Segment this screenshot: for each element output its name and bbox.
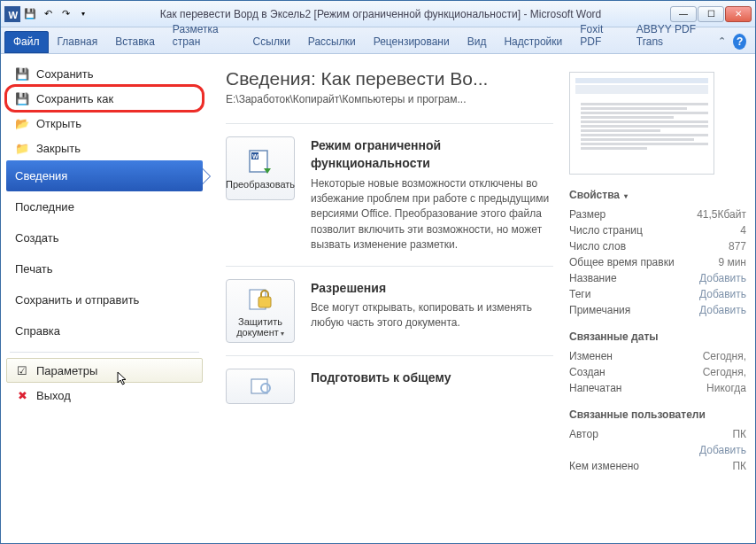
protect-lock-icon xyxy=(246,284,274,313)
document-thumbnail[interactable] xyxy=(569,72,714,175)
close-button[interactable]: ✕ xyxy=(725,6,752,22)
tab-home[interactable]: Главная xyxy=(49,31,107,53)
tab-insert[interactable]: Вставка xyxy=(106,31,164,53)
sidebar-item-save[interactable]: 💾 Сохранить xyxy=(6,61,203,86)
section-title: Разрешения xyxy=(311,279,553,297)
section-title: Подготовить к общему xyxy=(311,369,451,386)
sidebar-item-open[interactable]: 📂 Открыть xyxy=(6,111,203,136)
ribbon-tabs: Файл Главная Вставка Разметка стран Ссыл… xyxy=(1,27,755,54)
prop-row-tags[interactable]: ТегиДобавить xyxy=(569,286,746,302)
prop-row-modified: ИзмененСегодня, xyxy=(569,348,746,364)
convert-doc-icon: W xyxy=(246,147,274,175)
prop-row-edittime: Общее время правки9 мин xyxy=(569,254,746,270)
info-panel: Сведения: Как перевести Во... E:\Заработ… xyxy=(208,54,755,543)
sidebar-item-exit[interactable]: ✖ Выход xyxy=(6,383,203,408)
dropdown-caret-icon: ▾ xyxy=(281,330,284,338)
prop-row-notes[interactable]: ПримечанияДобавить xyxy=(569,302,746,318)
ribbon-expand-icon[interactable]: ⌃ xyxy=(718,35,728,48)
quick-access-toolbar: W 💾 ↶ ↷ ▾ xyxy=(4,6,91,22)
section-text: Некоторые новые возможности отключены во… xyxy=(311,176,553,253)
sidebar-item-label: Сохранить и отправить xyxy=(15,293,139,307)
section-text: Все могут открывать, копировать и изменя… xyxy=(311,300,553,331)
word-app-icon[interactable]: W xyxy=(4,6,20,22)
exit-icon: ✖ xyxy=(15,388,29,402)
saveas-icon: 💾 xyxy=(15,91,29,105)
prop-row-author[interactable]: АвторПК xyxy=(569,426,746,442)
tab-review[interactable]: Рецензировани xyxy=(365,31,459,53)
prop-row-title[interactable]: НазваниеДобавить xyxy=(569,270,746,286)
sidebar-item-label: Создать xyxy=(15,231,58,245)
sidebar-item-close[interactable]: 📁 Закрыть xyxy=(6,136,203,160)
qat-dropdown-icon[interactable]: ▾ xyxy=(75,6,91,22)
sidebar-item-saveas[interactable]: 💾 Сохранить как xyxy=(6,86,203,111)
redo-icon[interactable]: ↷ xyxy=(58,6,73,22)
prop-row-size: Размер41,5Кбайт xyxy=(569,206,746,222)
sidebar-separator xyxy=(10,352,199,353)
permissions-section: Защитить документ▾ Разрешения Все могут … xyxy=(226,266,553,355)
sidebar-item-label: Параметры xyxy=(36,364,97,377)
sidebar-item-help[interactable]: Справка xyxy=(6,315,203,346)
prop-row-addauthor[interactable]: Добавить xyxy=(569,442,746,458)
sidebar-item-label: Сведения xyxy=(15,169,67,183)
help-icon[interactable]: ? xyxy=(733,34,746,50)
inspect-doc-icon xyxy=(246,377,274,395)
sidebar-item-print[interactable]: Печать xyxy=(6,253,203,284)
svg-rect-7 xyxy=(251,379,267,393)
section-title: Режим ограниченной функциональности xyxy=(311,136,553,173)
tab-mailings[interactable]: Рассылки xyxy=(299,31,365,53)
button-label: Преобразовать xyxy=(226,179,295,190)
sidebar-item-recent[interactable]: Последние xyxy=(6,191,203,222)
prepare-share-section: Подготовить к общему xyxy=(226,355,553,416)
tab-file[interactable]: Файл xyxy=(4,31,49,53)
related-dates-heading: Связанные даты xyxy=(569,330,746,343)
tab-references[interactable]: Ссылки xyxy=(244,31,299,53)
protect-document-button[interactable]: Защитить документ▾ xyxy=(226,279,295,343)
sidebar-item-info[interactable]: Сведения xyxy=(6,160,203,191)
prop-row-printed: НапечатанНикогда xyxy=(569,380,746,396)
sidebar-item-label: Последние xyxy=(15,200,74,214)
prepare-button[interactable] xyxy=(226,369,295,404)
tab-addins[interactable]: Надстройки xyxy=(495,31,571,53)
prop-row-created: СозданСегодня, xyxy=(569,364,746,380)
compat-mode-section: W Преобразовать Режим ограниченной функц… xyxy=(226,123,553,266)
tab-view[interactable]: Вид xyxy=(459,31,496,53)
sidebar-item-label: Сохранить xyxy=(36,67,94,81)
prop-row-words: Число слов877 xyxy=(569,238,746,254)
undo-icon[interactable]: ↶ xyxy=(40,6,56,22)
convert-button[interactable]: W Преобразовать xyxy=(226,136,295,200)
sidebar-item-options[interactable]: ☑ Параметры xyxy=(6,358,203,383)
prop-row-pages: Число страниц4 xyxy=(569,222,746,238)
svg-text:W: W xyxy=(9,9,19,19)
info-filepath: E:\Заработок\Копирайт\Компьютеры и прогр… xyxy=(226,93,553,105)
tab-pagelayout[interactable]: Разметка стран xyxy=(164,19,244,53)
options-icon: ☑ xyxy=(15,363,29,377)
close-folder-icon: 📁 xyxy=(15,141,29,155)
file-menu-sidebar: 💾 Сохранить 💾 Сохранить как 📂 Открыть 📁 … xyxy=(1,54,208,543)
svg-rect-6 xyxy=(258,297,271,307)
sidebar-item-label: Справка xyxy=(15,324,60,338)
tab-abbyy[interactable]: ABBYY PDF Trans xyxy=(628,19,718,53)
dropdown-caret-icon: ▾ xyxy=(624,192,628,200)
save-icon[interactable]: 💾 xyxy=(22,6,38,22)
related-people-heading: Связанные пользователи xyxy=(569,408,746,421)
tab-foxit[interactable]: Foxit PDF xyxy=(571,19,628,53)
sidebar-item-label: Выход xyxy=(36,389,71,402)
info-title: Сведения: Как перевести Во... xyxy=(226,68,553,89)
prop-row-lastmodifiedby: Кем измененоПК xyxy=(569,458,746,474)
save-icon: 💾 xyxy=(15,66,29,81)
properties-panel: Свойства ▾ Размер41,5Кбайт Число страниц… xyxy=(569,68,746,543)
sidebar-item-label: Сохранить как xyxy=(36,92,113,105)
button-label: Защитить документ▾ xyxy=(228,316,292,338)
sidebar-item-label: Закрыть xyxy=(36,142,81,155)
sidebar-item-label: Открыть xyxy=(36,117,81,130)
open-folder-icon: 📂 xyxy=(15,116,29,130)
svg-text:W: W xyxy=(252,153,258,159)
sidebar-item-new[interactable]: Создать xyxy=(6,222,203,253)
sidebar-item-sendshare[interactable]: Сохранить и отправить xyxy=(6,284,203,315)
sidebar-item-label: Печать xyxy=(15,262,53,276)
properties-heading[interactable]: Свойства ▾ xyxy=(569,189,746,201)
